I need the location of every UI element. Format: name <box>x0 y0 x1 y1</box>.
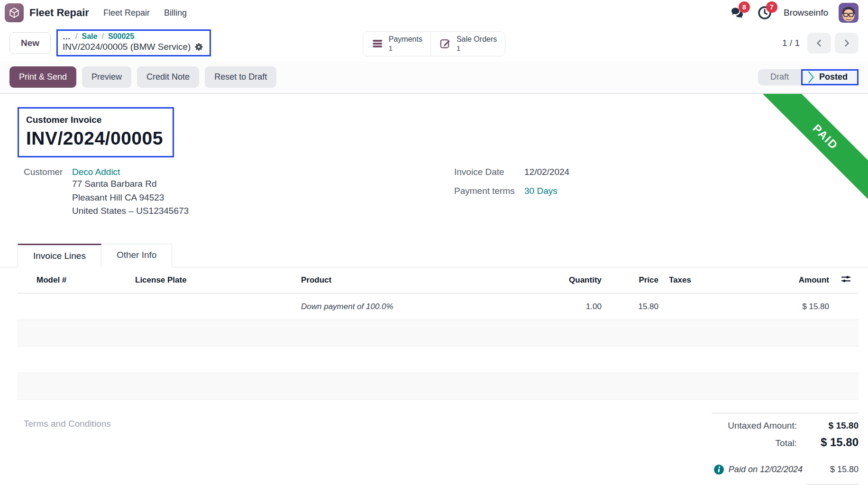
cell-price: 15.80 <box>605 293 662 320</box>
customer-address-line: United States – US12345673 <box>72 204 850 218</box>
stat-button-sale-orders[interactable]: Sale Orders 1 <box>430 32 505 56</box>
edit-icon <box>439 37 451 50</box>
totals-block: Untaxed Amount: $ 15.80 Total: $ 15.80 P… <box>712 413 859 485</box>
cell-taxes <box>662 293 724 320</box>
stat-button-payments[interactable]: Payments 1 <box>363 32 430 56</box>
navbar-right: 8 7 Browseinfo <box>729 3 859 23</box>
messages-button[interactable]: 8 <box>729 4 746 21</box>
cell-product: Down payment of 100.0% <box>297 293 534 320</box>
payment-terms-label: Payment terms <box>454 186 524 196</box>
sheet-footer: Terms and Conditions Untaxed Amount: $ 1… <box>18 413 859 485</box>
annotation-box-title: Customer Invoice INV/2024/00005 <box>18 107 174 157</box>
activities-badge: 7 <box>766 1 777 13</box>
cell-quantity: 1.00 <box>534 293 605 320</box>
customer-label: Customer <box>24 167 72 218</box>
invoice-line-row[interactable]: Down payment of 100.0% 1.00 15.80 $ 15.8… <box>18 293 859 320</box>
empty-table-row <box>18 373 859 400</box>
tab-invoice-lines[interactable]: Invoice Lines <box>18 244 101 267</box>
invoice-number: INV/2024/00005 <box>26 128 163 149</box>
column-header-model[interactable]: Model # <box>18 267 131 293</box>
avatar-illustration <box>839 3 859 23</box>
stat-sale-orders-count: 1 <box>457 44 460 53</box>
stat-sale-orders-label: Sale Orders <box>457 35 497 44</box>
customer-block: Customer Deco Addict 77 Santa Barbara Rd… <box>24 167 850 218</box>
user-menu-name[interactable]: Browseinfo <box>784 8 828 18</box>
paid-on-label: Paid on 12/02/2024 <box>729 465 803 475</box>
notebook-tabs: Invoice Lines Other Info <box>0 244 868 267</box>
preview-button[interactable]: Preview <box>82 66 131 88</box>
breadcrumb-separator: / <box>75 32 77 41</box>
stat-button-group: Payments 1 Sale Orders 1 <box>363 31 506 56</box>
menu-billing[interactable]: Billing <box>164 8 187 18</box>
column-options-icon[interactable] <box>841 274 851 284</box>
paid-info-row: Paid on 12/02/2024 $ 15.80 <box>712 465 859 475</box>
terms-and-conditions-placeholder[interactable]: Terms and Conditions <box>24 419 111 485</box>
breadcrumb-separator: / <box>101 32 103 41</box>
column-header-license-plate[interactable]: License Plate <box>131 267 297 293</box>
status-posted-label: Posted <box>819 72 848 82</box>
cube-icon <box>8 7 20 19</box>
action-bar: Print & Send Preview Credit Note Reset t… <box>0 61 868 93</box>
invoice-date-field[interactable]: 12/02/2024 <box>524 167 569 177</box>
total-label: Total: <box>776 438 797 448</box>
untaxed-amount-label: Untaxed Amount: <box>728 421 797 431</box>
empty-table-row <box>18 347 859 373</box>
column-header-product[interactable]: Product <box>297 267 534 293</box>
breadcrumb-link-sale[interactable]: Sale <box>82 32 98 41</box>
breadcrumb: … / Sale / S00025 <box>63 32 204 41</box>
breadcrumb-current-title: INV/2024/00005 (BMW Service) <box>63 42 191 52</box>
payment-terms-link[interactable]: 30 Days <box>524 186 569 196</box>
cell-license-plate <box>131 293 297 320</box>
status-posted[interactable]: Posted <box>803 71 857 84</box>
invoice-lines-table: Model # License Plate Product Quantity P… <box>18 267 859 400</box>
messages-badge: 8 <box>739 1 750 13</box>
invoice-date-label: Invoice Date <box>454 167 524 177</box>
stat-payments-label: Payments <box>389 35 422 44</box>
breadcrumb-current: INV/2024/00005 (BMW Service) <box>63 42 204 52</box>
chevron-left-icon <box>813 37 825 49</box>
column-header-amount[interactable]: Amount <box>724 267 833 293</box>
breadcrumb-ellipsis-button[interactable]: … <box>63 33 71 41</box>
column-header-taxes[interactable]: Taxes <box>662 267 724 293</box>
user-avatar[interactable] <box>839 3 859 23</box>
document-type-label: Customer Invoice <box>26 115 163 125</box>
app-brand-title[interactable]: Fleet Repair <box>29 7 89 19</box>
empty-table-row <box>18 320 859 347</box>
gear-icon[interactable] <box>194 42 204 52</box>
top-navbar: Fleet Repair Fleet Repair Billing 8 7 Br… <box>0 0 868 26</box>
print-send-button[interactable]: Print & Send <box>9 66 76 88</box>
pager-next-button[interactable] <box>835 33 859 54</box>
annotation-box-posted: Posted <box>801 69 859 85</box>
annotation-box-breadcrumb: … / Sale / S00025 INV/2024/00005 (BMW Se… <box>56 29 211 56</box>
pager-previous-button[interactable] <box>807 33 831 54</box>
status-chevron-icon <box>807 71 814 84</box>
credit-note-button[interactable]: Credit Note <box>137 66 199 88</box>
odoo-app: Fleet Repair Fleet Repair Billing 8 7 Br… <box>0 0 868 485</box>
control-bar: New … / Sale / S00025 INV/2024/00005 (BM… <box>0 26 868 61</box>
stat-payments-count: 1 <box>389 44 393 53</box>
bars-icon <box>371 37 384 50</box>
chevron-right-icon <box>841 37 852 49</box>
new-button[interactable]: New <box>9 32 51 54</box>
invoice-fields-block: Invoice Date 12/02/2024 Payment terms 30… <box>454 167 569 196</box>
column-header-quantity[interactable]: Quantity <box>534 267 605 293</box>
statusbar: Draft Posted <box>758 69 859 85</box>
apps-menu-button[interactable] <box>5 3 24 22</box>
cell-amount: $ 15.80 <box>724 293 833 320</box>
pager: 1 / 1 <box>782 33 859 54</box>
activities-button[interactable]: 7 <box>756 4 773 21</box>
info-icon[interactable] <box>714 465 724 475</box>
tab-other-info[interactable]: Other Info <box>101 244 173 267</box>
invoice-form-sheet: PAID Customer Invoice INV/2024/00005 Cus… <box>0 93 868 485</box>
column-header-price[interactable]: Price <box>605 267 662 293</box>
pager-counter: 1 / 1 <box>782 38 800 48</box>
menu-fleet-repair[interactable]: Fleet Repair <box>103 8 150 18</box>
status-draft[interactable]: Draft <box>758 69 801 85</box>
untaxed-amount-value: $ 15.80 <box>806 421 859 431</box>
table-header-row: Model # License Plate Product Quantity P… <box>18 267 859 293</box>
reset-to-draft-button[interactable]: Reset to Draft <box>205 66 276 88</box>
cell-model <box>18 293 131 320</box>
total-value: $ 15.80 <box>806 436 859 449</box>
breadcrumb-link-order[interactable]: S00025 <box>108 32 134 41</box>
paid-on-value: $ 15.80 <box>806 465 859 475</box>
